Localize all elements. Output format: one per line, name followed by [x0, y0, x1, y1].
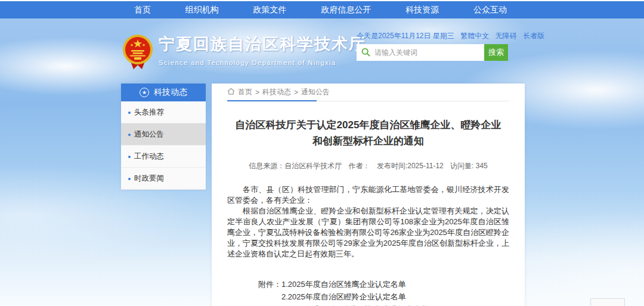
meta-publish-time: 发布时间:2025-11-12 — [377, 162, 444, 170]
nav-item-gov-info-disclosure[interactable]: 政府信息公开 — [321, 5, 371, 16]
article-title-line2: 和创新型标杆企业的通知 — [227, 133, 509, 149]
search-button[interactable]: 搜索 — [484, 44, 508, 61]
top-navigation-bar: 首页 组织机构 政策文件 政府信息公开 科技资源 公众互动 — [0, 1, 644, 18]
article-title: 自治区科技厅关于认定2025年度自治区雏鹰企业、瞪羚企业 和创新型标杆企业的通知 — [227, 117, 509, 149]
nav-item-home[interactable]: 首页 — [134, 5, 151, 16]
link-traditional-chinese[interactable]: 繁體中文 — [460, 32, 489, 40]
attachments-block: 附件： 1.2025年度自治区雏鹰企业认定名单 2.2025年度自治区瞪羚企业认… — [258, 279, 509, 306]
breadcrumb-notices[interactable]: 通知公告 — [301, 87, 330, 97]
search-icon — [361, 48, 370, 59]
meta-source: 信息来源：自治区科学技术厅 — [249, 162, 342, 170]
home-icon — [227, 88, 235, 97]
attachment-link-3[interactable]: 3.2025年度自治区创新型标杆企业认定名单 — [281, 304, 429, 306]
meta-views: 访问量: 345 — [450, 162, 488, 170]
national-emblem-logo — [121, 34, 154, 70]
attachment-link-1[interactable]: 1.2025年度自治区雏鹰企业认定名单 — [281, 279, 429, 290]
star-circle-icon: ★ — [140, 88, 149, 97]
link-elder-version[interactable]: 长者版 — [523, 32, 544, 40]
nav-item-tech-resources[interactable]: 科技资源 — [405, 5, 439, 16]
sidebar-header: ★ 科技动态 — [121, 84, 206, 101]
attachments-label: 附件： — [258, 279, 281, 306]
sidebar: ★ 科技动态 头条推荐 通知公告 工作动态 时政要闻 — [121, 84, 206, 190]
breadcrumb-tech-news[interactable]: 科技动态 — [262, 87, 291, 97]
sidebar-item-headline-recommend[interactable]: 头条推荐 — [121, 101, 206, 123]
breadcrumb-separator: > — [255, 88, 259, 97]
breadcrumb-home[interactable]: 首页 — [238, 87, 252, 97]
site-banner: 宁夏回族自治区科学技术厅 Science and Technology Depa… — [0, 18, 644, 84]
sidebar-item-notices[interactable]: 通知公告 — [121, 123, 206, 146]
article-title-line1: 自治区科技厅关于认定2025年度自治区雏鹰企业、瞪羚企业 — [227, 117, 509, 133]
search-bar: 搜索 — [357, 44, 508, 61]
article-meta: 信息来源：自治区科学技术厅 作者： 发布时间:2025-11-12 访问量: 3… — [227, 161, 509, 171]
search-input[interactable] — [357, 44, 484, 61]
breadcrumb-separator: > — [294, 88, 298, 97]
sidebar-item-work-updates[interactable]: 工作动态 — [121, 146, 206, 168]
sidebar-item-political-news[interactable]: 时政要闻 — [121, 168, 206, 190]
site-subtitle: Science and Technology Department of Nin… — [159, 59, 366, 66]
nav-item-policy-documents[interactable]: 政策文件 — [253, 5, 287, 16]
back-to-top-button[interactable] — [590, 298, 625, 306]
attachment-link-2[interactable]: 2.2025年度自治区瞪羚企业认定名单 — [281, 291, 429, 303]
link-accessibility[interactable]: 无障碍 — [496, 32, 517, 40]
article-paragraph: 根据自治区雏鹰企业、瞪羚企业和创新型标杆企业认定管理有关规定，决定认定半亩良人农… — [227, 206, 509, 259]
top-utilities: 今天是2025年11月12日 星期三 繁體中文 无障碍 长者版 — [357, 31, 524, 41]
page: 首页 组织机构 政策文件 政府信息公开 科技资源 公众互动 — [0, 0, 644, 306]
site-title: 宁夏回族自治区科学技术厅 — [159, 33, 366, 55]
sidebar-title: 科技动态 — [154, 87, 187, 98]
today-date: 今天是2025年11月12日 星期三 — [357, 32, 454, 40]
nav-item-public-interaction[interactable]: 公众互动 — [473, 5, 507, 16]
breadcrumb: 首页 > 科技动态 > 通知公告 — [227, 84, 509, 101]
meta-author: 作者： — [349, 162, 370, 170]
nav-item-organization[interactable]: 组织机构 — [185, 5, 219, 16]
article-body: 各市、县（区）科技管理部门，宁东能源化工基地管委会，银川经济技术开发区管委会，各… — [227, 184, 509, 259]
article-paragraph: 各市、县（区）科技管理部门，宁东能源化工基地管委会，银川经济技术开发区管委会，各… — [227, 184, 509, 206]
main-panel: 首页 > 科技动态 > 通知公告 自治区科技厅关于认定2025年度自治区雏鹰企业… — [212, 84, 525, 306]
